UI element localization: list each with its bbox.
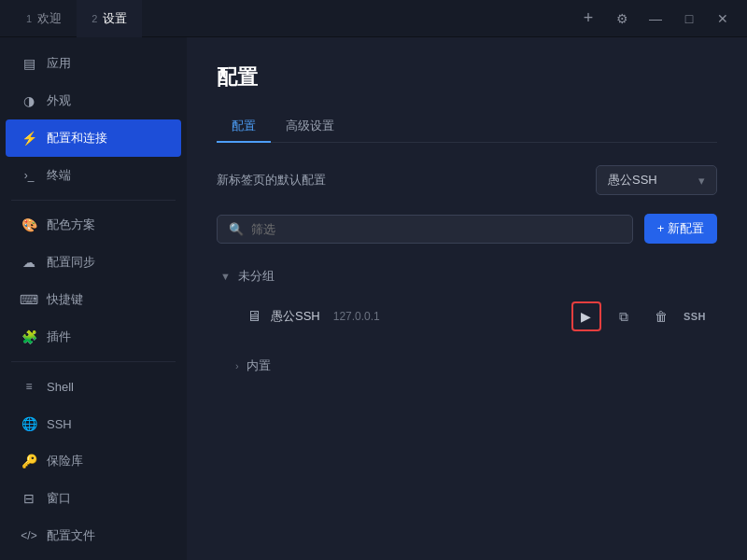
profiles-icon: ⚡ [21,130,37,147]
group-builtin-chevron: › [235,360,239,371]
tab-settings-num: 2 [92,13,97,24]
close-button[interactable]: ✕ [710,6,736,32]
sidebar-item-config-files-label: 配置文件 [47,527,95,544]
sidebar-item-color-scheme[interactable]: 🎨 配色方案 [6,206,181,244]
sidebar-item-config-files[interactable]: </> 配置文件 [6,517,181,554]
vault-icon: 🔑 [21,453,37,469]
sidebar-item-shortcuts-label: 快捷键 [47,291,83,308]
search-input[interactable] [251,222,621,236]
config-item-name: 愚公SSH [271,308,320,325]
new-config-button[interactable]: + 新配置 [644,214,717,244]
sidebar-item-color-scheme-label: 配色方案 [47,217,95,233]
sidebar-item-profiles[interactable]: ⚡ 配置和连接 [6,119,181,157]
config-files-icon: </> [21,527,37,544]
tab-config[interactable]: 配置 [217,110,271,142]
sidebar-item-shell[interactable]: ≡ Shell [6,368,181,405]
sidebar-item-window[interactable]: ⊟ 窗口 [6,480,181,517]
search-row: 🔍 + 新配置 [217,214,717,244]
maximize-button[interactable]: □ [676,6,702,32]
tab-welcome-label: 欢迎 [37,10,62,27]
sidebar-item-sync[interactable]: ☁ 配置同步 [6,244,181,281]
sidebar-item-apps-label: 应用 [47,55,71,72]
sidebar-item-ssh[interactable]: 🌐 SSH [6,405,181,442]
add-tab-button[interactable]: + [575,6,601,32]
play-button[interactable]: ▶ [571,301,601,331]
apps-icon: ▤ [21,55,37,72]
sidebar-divider-1 [11,200,176,201]
sub-tabs: 配置 高级设置 [217,110,717,143]
config-item-actions: ▶ ⧉ 🗑 SSH [571,301,706,331]
minimize-button[interactable]: — [642,6,669,32]
sync-icon: ☁ [21,254,37,271]
default-config-label: 新标签页的默认配置 [217,172,585,189]
copy-button[interactable]: ⧉ [609,301,639,331]
chevron-down-icon: ▾ [698,174,705,188]
sidebar-item-plugins-label: 插件 [47,329,71,345]
ssh-icon: 🌐 [21,415,37,432]
sidebar-item-appearance[interactable]: ◑ 外观 [6,82,181,119]
color-scheme-icon: 🎨 [21,217,37,233]
group-ungrouped-header[interactable]: ▼ 未分组 [217,262,717,290]
shortcuts-icon: ⌨ [21,291,37,308]
terminal-icon: ›_ [21,167,37,184]
tab-advanced[interactable]: 高级设置 [271,110,349,142]
group-builtin: › 内置 [217,352,717,380]
page-title: 配置 [217,63,717,91]
sidebar-item-vault-label: 保险库 [47,453,83,469]
config-item-host: 127.0.0.1 [333,310,380,323]
tab-welcome[interactable]: 1 欢迎 [11,0,77,37]
sidebar-item-sync-label: 配置同步 [47,254,95,271]
group-builtin-label: 内置 [247,357,271,374]
sidebar-item-terminal[interactable]: ›_ 终端 [6,157,181,194]
search-box[interactable]: 🔍 [217,215,633,244]
gear-button[interactable]: ⚙ [609,6,635,32]
content-area: 配置 配置 高级设置 新标签页的默认配置 愚公SSH ▾ 🔍 + 新配置 ▼ [187,37,747,560]
config-item-yugong-ssh: 🖥 愚公SSH 127.0.0.1 ▶ ⧉ 🗑 SSH [217,292,717,341]
tab-welcome-num: 1 [26,13,32,24]
sidebar-item-terminal-label: 终端 [47,167,71,184]
titlebar: 1 欢迎 2 设置 + ⚙ — □ ✕ [0,0,747,37]
group-ungrouped-label: 未分组 [238,268,275,285]
default-config-row: 新标签页的默认配置 愚公SSH ▾ [217,165,717,195]
default-config-value: 愚公SSH [608,172,657,189]
monitor-icon: 🖥 [247,308,261,325]
appearance-icon: ◑ [21,92,37,109]
sidebar-item-shell-label: Shell [47,380,74,394]
sidebar-item-profiles-label: 配置和连接 [47,130,107,147]
sidebar-item-window-label: 窗口 [47,490,71,507]
shell-icon: ≡ [21,378,37,395]
delete-button[interactable]: 🗑 [646,301,676,331]
sidebar-item-plugins[interactable]: 🧩 插件 [6,318,181,356]
sidebar: ▤ 应用 ◑ 外观 ⚡ 配置和连接 ›_ 终端 🎨 配色方案 ☁ 配置同步 ⌨ … [0,37,187,560]
sidebar-item-shortcuts[interactable]: ⌨ 快捷键 [6,281,181,318]
default-config-select[interactable]: 愚公SSH ▾ [596,165,717,195]
group-ungrouped-chevron: ▼ [220,271,231,282]
tab-settings-label: 设置 [103,10,127,27]
tab-settings[interactable]: 2 设置 [77,0,142,37]
sidebar-item-vault[interactable]: 🔑 保险库 [6,442,181,480]
group-builtin-header[interactable]: › 内置 [232,352,717,380]
window-icon: ⊟ [21,490,37,507]
ssh-badge: SSH [684,311,706,322]
sidebar-item-appearance-label: 外观 [47,92,71,109]
plugins-icon: 🧩 [21,329,37,345]
sidebar-item-apps[interactable]: ▤ 应用 [6,45,181,82]
group-ungrouped: ▼ 未分组 🖥 愚公SSH 127.0.0.1 ▶ ⧉ 🗑 SSH [217,262,717,341]
search-icon: 🔍 [229,222,244,236]
sidebar-item-ssh-label: SSH [47,417,72,431]
main-layout: ▤ 应用 ◑ 外观 ⚡ 配置和连接 ›_ 终端 🎨 配色方案 ☁ 配置同步 ⌨ … [0,37,747,560]
sidebar-divider-2 [11,361,176,362]
titlebar-actions: + ⚙ — □ ✕ [575,6,736,32]
